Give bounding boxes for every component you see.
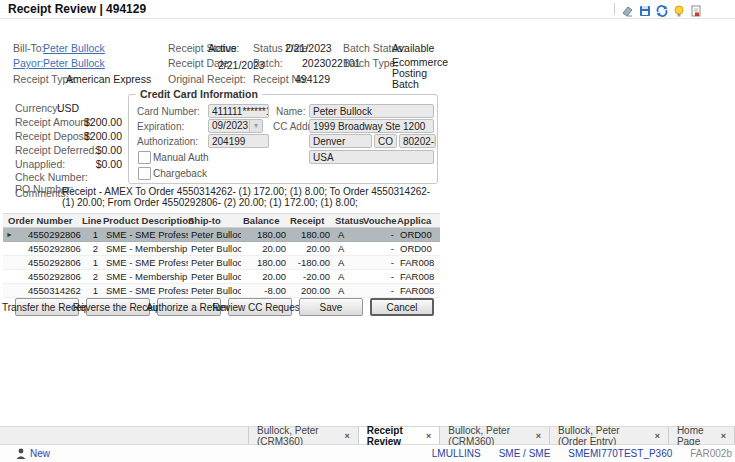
tab-bullock-order-entry[interactable]: Bullock, Peter (Order Entry) × [550,427,669,444]
batch-status-value: Available [392,42,434,54]
check-number-label: Check Number: [15,171,88,183]
close-icon[interactable]: × [426,431,431,441]
tab-label: Home Page [677,425,714,447]
chevron-down-icon[interactable]: ▾ [249,120,262,132]
reverse-receipt-button[interactable]: Reverse the Receipt [86,298,150,316]
cell-receipt: 20.00 [288,242,333,255]
cell-product: SME - Membership Fee 21 [98,270,188,283]
unapplied-value: $0.00 [70,158,122,170]
cc-zip-field[interactable]: 80202-573 [399,134,436,148]
lightbulb-icon[interactable] [673,3,685,15]
row-gutter [3,270,18,283]
unapplied-label: Unapplied: [15,158,65,170]
status-org[interactable]: SME / SME [499,448,551,459]
expiration-value: 09/2023 [212,120,248,132]
card-number-field[interactable]: 411111******1111 [208,104,269,118]
close-icon[interactable]: × [721,431,726,441]
close-icon[interactable]: × [536,431,541,441]
col-status[interactable]: Status [335,215,364,226]
col-balance[interactable]: Balance [243,215,279,226]
cc-city-field[interactable]: Denver [309,134,372,148]
cell-status: A [333,242,361,255]
tab-label: Bullock, Peter (Order Entry) [558,425,648,447]
col-line[interactable]: Line [82,215,102,226]
receipt-lines-grid: Order Number Line Product Description Sh… [3,213,440,298]
review-cc-requests-button[interactable]: Review CC Requests [228,298,292,316]
status-user[interactable]: LMULLINS [432,448,481,459]
cell-order: 4550292806 [18,256,83,269]
tab-home-page[interactable]: Home Page × [669,427,735,444]
cell-balance: -8.00 [241,284,288,297]
cell-receipt: -180.00 [288,256,333,269]
cc-country-field[interactable]: USA [309,150,434,164]
tab-bullock-crm360-1[interactable]: Bullock, Peter (CRM360) × [248,427,359,444]
cell-status: A [333,228,361,241]
receipt-deposit-value: $200.00 [70,130,122,142]
expiration-dropdown[interactable]: 09/2023 ▾ [208,119,263,133]
tab-label: Receipt Review [367,425,419,447]
page-title: Receipt Review | 494129 [8,2,146,16]
save-icon[interactable] [639,3,651,15]
tab-receipt-review[interactable]: Receipt Review × [359,427,441,444]
status-environment[interactable]: SMEMI770TEST_P360 [568,448,672,459]
cell-application: ORD00 [396,228,440,241]
grid-header: Order Number Line Product Description Sh… [3,213,440,228]
cc-address-field[interactable]: 1999 Broadway Ste 1200 [309,119,434,133]
table-row[interactable]: 4550292806 2 SME - Membership Fee 21 Pet… [3,242,440,256]
table-row[interactable]: 4550292806 2 SME - Membership Fee 21 Pet… [3,270,440,284]
cell-voucher: - [361,284,396,297]
table-row[interactable]: 4550292806 1 SME - SME Professional M Pe… [3,256,440,270]
save-button[interactable]: Save [299,298,363,316]
currency-label: Currency: [15,102,61,114]
col-voucher[interactable]: Vouche [363,215,397,226]
page-title-separator: | [99,2,102,16]
row-selector-arrow-icon: ► [3,228,18,241]
cancel-button[interactable]: Cancel [370,298,434,316]
eraser-icon[interactable] [622,3,634,15]
cc-name-field[interactable]: Peter Bullock [309,104,434,118]
bill-to-link[interactable]: Peter Bullock [43,42,105,54]
col-product-description[interactable]: Product Description [103,215,194,226]
record-state-new[interactable]: New [30,448,50,459]
chargeback-checkbox[interactable] [138,167,151,180]
card-number-label: Card Number: [137,106,200,117]
receipt-amount-value: $200.00 [70,116,122,128]
cell-application: FAR008 [396,270,440,283]
report-icon[interactable] [690,3,702,15]
expiration-label: Expiration: [137,121,184,132]
cc-name-label: Name: [276,106,305,117]
close-icon[interactable]: × [655,431,660,441]
payor-link[interactable]: Peter Bullock [43,57,105,69]
table-row[interactable]: 4550314262 1 SME - SME Professional M Pe… [3,284,440,298]
row-gutter [3,242,18,255]
cell-order: 4550314262 [18,284,83,297]
manual-auth-checkbox[interactable] [138,151,151,164]
cell-receipt: 180.00 [288,228,333,241]
col-receipt[interactable]: Receipt [290,215,324,226]
authorize-refund-button[interactable]: Authorize a Refund [157,298,221,316]
cell-line: 1 [83,256,98,269]
cell-balance: 180.00 [241,256,288,269]
cell-receipt: -20.00 [288,270,333,283]
authorization-field[interactable]: 204199 [208,134,269,148]
cell-voucher: - [361,228,396,241]
refresh-icon[interactable] [656,3,668,15]
cell-ship-to: Peter Bullock [188,228,241,241]
toolbar [614,3,702,15]
tab-bullock-crm360-2[interactable]: Bullock, Peter (CRM360) × [440,427,550,444]
table-row[interactable]: ► 4550292806 1 SME - SME Professional M … [3,228,440,242]
cc-state-field[interactable]: CO [374,134,397,148]
status-date-value: 2/21/2023 [285,42,332,54]
col-order-number[interactable]: Order Number [8,215,72,226]
cell-balance: 180.00 [241,228,288,241]
cell-ship-to: Peter Bullock [188,256,241,269]
payor-label-link[interactable]: Payor: [13,57,43,69]
receipt-number: 494129 [106,2,146,16]
close-icon[interactable]: × [344,431,349,441]
cell-status: A [333,270,361,283]
cell-line: 2 [83,270,98,283]
col-ship-to[interactable]: Ship-to [188,215,221,226]
col-application[interactable]: Applica [397,215,431,226]
cell-application: FAR008 [396,256,440,269]
transfer-receipt-button[interactable]: Transfer the Receipt [15,298,79,316]
